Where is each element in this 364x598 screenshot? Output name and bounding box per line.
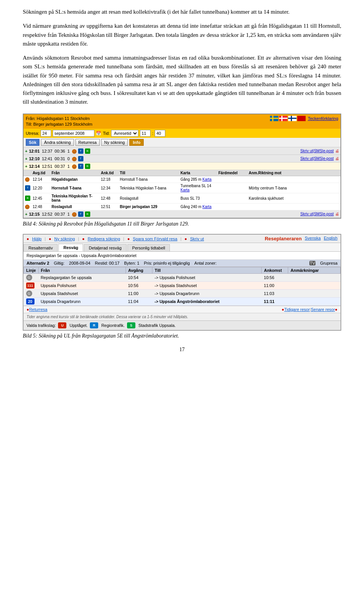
rr-new-btn[interactable]: Ny sökning: [101, 139, 128, 146]
rr-date-label: Utresa:: [26, 131, 39, 136]
rr-karta-link-2[interactable]: Karta: [180, 188, 190, 192]
rr-dur-2: 00:31: [55, 156, 65, 161]
ul-cell-dep-1: 10:54: [126, 274, 152, 282]
rr-result-row-4: + 12:15 12:52 00:37 1 🚶 T B Skriv ut|SMS…: [24, 210, 340, 218]
ul-lang-en[interactable]: English: [324, 236, 337, 241]
rr-header: Från: Högalidsgatan 11 Stockholm Till: B…: [24, 114, 340, 129]
ul-top-nav: ● Hjälp | ● Ny sökning | ● Redigera sökn…: [24, 235, 340, 243]
rr-detail-metro-icon-2: T: [25, 185, 30, 191]
ul-nav-save[interactable]: Spara som Förvald resa: [133, 237, 177, 241]
rr-detail-to-3: Roslagstull: [120, 194, 180, 202]
rr-expand-1[interactable]: +: [25, 149, 27, 153]
ul-bullet-5: ●: [185, 237, 187, 241]
paragraph-3: Används sökmotorn Resrobot med samma inm…: [23, 54, 341, 107]
ul-cell-arr-1: 10:56: [262, 274, 288, 282]
rr-expand-2[interactable]: +: [25, 156, 27, 161]
rr-chg-3: 1: [67, 164, 70, 169]
rr-detail-row-1: 🚶 12:14 Högalidsgatan 12:18 Hornstull T-…: [24, 176, 340, 183]
ul-prev-link[interactable]: Tidigare resor: [284, 307, 309, 312]
ul-next-link[interactable]: Senare resor: [311, 307, 335, 312]
rr-info-btn[interactable]: Info: [129, 139, 144, 146]
rr-hour-input[interactable]: [140, 130, 151, 137]
ul-tab-detaljerad[interactable]: Detaljerad resväg: [84, 244, 126, 251]
rr-return-btn[interactable]: Returresa: [75, 139, 100, 146]
ul-nav-new[interactable]: Ny sökning: [54, 237, 75, 241]
ul-nav-help[interactable]: Hjälp: [32, 237, 42, 241]
rr-detail-from-4: Roslagstull: [52, 204, 101, 209]
ul-cell-to-4: -> Uppsala Ångströmlaboratoriet: [152, 298, 262, 306]
rr-action-2[interactable]: Skriv ut|SMS|e-post: [300, 156, 334, 161]
ul-cell-anm-4: [288, 298, 340, 306]
ul-region-badge: R: [90, 322, 98, 328]
ul-cell-from-3: Uppsala Stadshuset: [38, 290, 126, 298]
rr-chg-1: 1: [67, 149, 70, 153]
rr-cal-icon[interactable]: 📅: [96, 131, 101, 136]
rr-detail-to-2: Tekniska Högskolan T-bana: [120, 184, 180, 192]
ul-route-title: Repslagargatan 5e uppsala - Uppsala Ångs…: [24, 252, 340, 260]
ul-cell-from-1: Repslagargatan 5e uppsala: [38, 274, 126, 282]
rr-from-label: Från:: [26, 116, 36, 121]
ul-bullet-next: ●: [335, 307, 337, 312]
ul-cell-arr-4: 11:11: [262, 298, 288, 306]
ul-bullet-prev: ●: [282, 307, 284, 312]
ul-tab-resvag[interactable]: Resväg: [58, 244, 83, 251]
ul-bullet-2: ●: [49, 237, 52, 241]
rr-icon-metro-2: T: [78, 156, 83, 161]
rr-month-input[interactable]: [53, 130, 94, 137]
ul-tabs: Resalternativ Resväg Detaljerad resväg P…: [24, 243, 340, 252]
ul-region-text: Regiontrafik.: [101, 323, 125, 328]
page-number: 17: [23, 347, 341, 353]
ul-lang-area: Reseplaneraren Svenska English: [265, 236, 337, 241]
flag-norway: [279, 116, 287, 121]
rr-time-select[interactable]: Avresetid: [111, 130, 138, 137]
rr-arr-3: 12:51: [42, 164, 53, 169]
rr-detail-walk-icon-1: 🚶: [25, 177, 30, 182]
rr-expand-4[interactable]: +: [25, 212, 27, 216]
ul-stad-text: Stadstrafik Uppsala.: [138, 323, 176, 328]
ul-arrow-3: ->: [155, 291, 158, 296]
rr-karta-header: Karta: [180, 171, 218, 175]
ul-alt-label: Alternativ 2: [27, 261, 49, 265]
rr-date-input[interactable]: [41, 130, 51, 137]
ul-return-link[interactable]: Returresa: [29, 307, 47, 312]
rr-legend-link[interactable]: Teckenförklaring: [308, 116, 338, 121]
rr-search-btn[interactable]: Sök: [26, 139, 39, 146]
ul-tab-resalternativ[interactable]: Resalternativ: [24, 244, 58, 251]
rr-action-4[interactable]: Skriv ut|SMS|e-post: [300, 212, 334, 216]
ul-pris-label: Pris: prisinfo ej tillgänglig: [144, 261, 190, 265]
ul-nav-print[interactable]: Skriv ut: [190, 237, 204, 241]
ul-brand: Reseplaneraren: [265, 236, 302, 241]
rr-dep-1: 12:01: [29, 149, 39, 153]
rr-detail-to-4: Birger jarlsgatan 129: [120, 204, 180, 209]
rr-karta-link-1[interactable]: Karta: [202, 177, 212, 181]
ul-bullet-1: ●: [27, 237, 29, 241]
rr-expand-3[interactable]: +: [25, 164, 27, 169]
figure-4-caption: Bild 4: Sökning på Resrobot från Högalid…: [23, 221, 341, 227]
rr-detail-dep-1: 12:14: [33, 177, 52, 182]
ul-sep-3: |: [123, 237, 124, 241]
rr-icon-walk-2: 🚶: [72, 156, 77, 161]
rr-avgTid-header: Avg.tid: [33, 171, 52, 175]
rr-karta-link-4[interactable]: Karta: [202, 205, 212, 209]
rr-action-1[interactable]: Skriv ut|SMS|e-post: [300, 149, 334, 153]
ul-cell-arr-3: 11:03: [262, 290, 288, 298]
rr-change-btn[interactable]: Ändra sökning: [41, 139, 74, 146]
flag-sweden: [270, 116, 278, 121]
rr-result-row-2: + 12:10 12:41 00:31 0 🚶 T Skriv ut|SMS|e…: [24, 155, 340, 163]
ul-lang-sv[interactable]: Svenska: [305, 236, 321, 241]
ul-row-3: G Uppsala Stadshuset 11:00 -> Uppsala Dr…: [24, 290, 340, 298]
ul-tab-personlig[interactable]: Personlig tidtabell: [127, 244, 170, 251]
rr-arr-1: 12:37: [42, 149, 53, 153]
ul-stad-badge: S: [127, 322, 135, 328]
resrobot-widget: Från: Högalidsgatan 11 Stockholm Till: B…: [23, 114, 341, 219]
rr-flags: [270, 116, 306, 121]
figure-5-caption: Bild 5: Sökning på UL från Repslagargata…: [23, 333, 341, 339]
ul-nav-edit[interactable]: Redigera sökning: [88, 237, 120, 241]
rr-min-input[interactable]: [155, 130, 165, 137]
rr-detail-karta-1: Gång 285 m Karta: [180, 177, 218, 182]
rr-fard-header: Färdmedel: [218, 171, 249, 175]
rr-detail-dep-4: 12:48: [33, 204, 52, 209]
ul-bullet-4: ●: [127, 237, 130, 241]
rr-icon-bus-4: B: [85, 211, 90, 217]
ul-cell-dep-4: 11:04: [126, 298, 152, 306]
